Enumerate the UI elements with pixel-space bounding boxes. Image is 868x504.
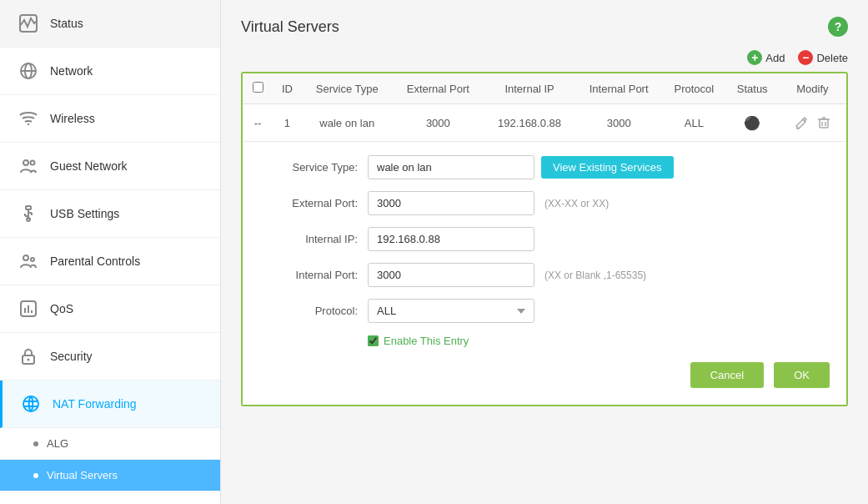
col-id: ID — [273, 73, 302, 104]
form-buttons: Cancel OK — [259, 359, 830, 388]
sidebar-item-usb-settings[interactable]: USB Settings — [0, 190, 220, 238]
cancel-button[interactable]: Cancel — [690, 362, 764, 388]
page-title: Virtual Servers — [241, 18, 339, 36]
sidebar-item-wireless[interactable]: Wireless — [0, 95, 220, 143]
sidebar-label-parental-controls: Parental Controls — [50, 255, 140, 268]
col-modify: Modify — [779, 73, 846, 104]
users-icon — [17, 154, 40, 178]
globe-icon — [17, 59, 40, 83]
toolbar: + Add − Delete — [241, 50, 848, 65]
sidebar-item-status[interactable]: Status — [0, 0, 220, 48]
protocol-row: Protocol: ALL TCP UDP — [259, 299, 830, 323]
sidebar-item-network[interactable]: Network — [0, 48, 220, 95]
col-protocol: Protocol — [662, 73, 725, 104]
protocol-select[interactable]: ALL TCP UDP — [368, 299, 534, 323]
sidebar-sub-virtual-servers[interactable]: Virtual Servers — [0, 460, 220, 491]
svg-point-14 — [23, 255, 28, 260]
col-checkbox — [243, 73, 273, 104]
row-protocol: ALL — [662, 104, 725, 142]
sidebar-label-security: Security — [50, 350, 93, 363]
row-internal-ip: 192.168.0.88 — [484, 104, 575, 142]
status-icon: ⚫ — [744, 116, 760, 130]
svg-rect-7 — [26, 206, 31, 209]
external-port-label: External Port: — [259, 197, 368, 209]
protocol-label: Protocol: — [259, 305, 368, 317]
wifi-icon — [17, 107, 40, 130]
service-type-row: Service Type: View Existing Services — [259, 155, 830, 179]
usb-icon — [17, 202, 40, 225]
svg-point-15 — [31, 258, 34, 261]
view-existing-services-button[interactable]: View Existing Services — [541, 156, 674, 179]
svg-rect-26 — [820, 119, 828, 128]
sidebar-sub-label-alg: ALG — [47, 437, 68, 450]
add-icon: + — [747, 50, 762, 65]
internal-port-hint: (XX or Blank ,1-65535) — [544, 270, 646, 281]
svg-point-22 — [23, 396, 38, 411]
col-internal-ip: Internal IP — [484, 73, 575, 104]
external-port-row: External Port: (XX-XX or XX) — [259, 191, 830, 215]
row-internal-port: 3000 — [575, 104, 662, 142]
sidebar-item-qos[interactable]: QoS — [0, 285, 220, 333]
internal-port-label: Internal Port: — [259, 269, 368, 281]
row-checkbox-cell: -- — [243, 104, 273, 142]
lock-icon — [17, 345, 40, 368]
sidebar-label-qos: QoS — [50, 302, 73, 315]
edit-icon[interactable] — [791, 113, 811, 133]
row-dash: -- — [254, 117, 262, 129]
delete-row-icon[interactable] — [814, 113, 834, 133]
col-service-type: Service Type — [302, 73, 393, 104]
virtual-servers-dot — [33, 473, 38, 478]
sidebar-label-guest-network: Guest Network — [50, 159, 128, 173]
svg-point-21 — [28, 359, 30, 361]
sidebar-sub-alg[interactable]: ALG — [0, 428, 220, 460]
add-button[interactable]: + Add — [747, 50, 785, 65]
sidebar-label-network: Network — [50, 64, 93, 78]
table-row: -- 1 wale on lan 3000 192.168.0.88 3000 … — [243, 104, 846, 142]
parental-icon — [17, 249, 40, 273]
col-internal-port: Internal Port — [575, 73, 662, 104]
sidebar-label-wireless: Wireless — [50, 112, 95, 125]
svg-point-4 — [28, 123, 29, 125]
sidebar-item-security[interactable]: Security — [0, 333, 220, 381]
sidebar: Status Network Wireless — [0, 0, 221, 504]
sidebar-item-parental-controls[interactable]: Parental Controls — [0, 238, 220, 285]
svg-point-5 — [23, 160, 28, 165]
col-status: Status — [726, 73, 779, 104]
select-all-checkbox[interactable] — [253, 82, 263, 93]
virtual-servers-table: ID Service Type External Port Internal I… — [243, 73, 846, 142]
row-service-type: wale on lan — [302, 104, 393, 142]
sidebar-label-nat-forwarding: NAT Forwarding — [53, 397, 137, 411]
edit-form: Service Type: View Existing Services Ext… — [243, 142, 846, 405]
svg-point-6 — [31, 161, 35, 165]
enable-entry-row: Enable This Entry — [368, 335, 830, 347]
alg-dot — [33, 441, 38, 446]
internal-port-row: Internal Port: (XX or Blank ,1-65535) — [259, 263, 830, 287]
service-type-input[interactable] — [368, 155, 534, 179]
ok-button[interactable]: OK — [774, 362, 830, 388]
external-port-input[interactable] — [368, 191, 534, 215]
sidebar-item-guest-network[interactable]: Guest Network — [0, 143, 220, 190]
activity-icon — [17, 12, 40, 35]
page-header: Virtual Servers ? — [241, 17, 848, 37]
internal-ip-row: Internal IP: — [259, 227, 830, 251]
help-button[interactable]: ? — [828, 17, 848, 37]
service-type-label: Service Type: — [259, 161, 368, 174]
row-external-port: 3000 — [393, 104, 484, 142]
enable-entry-label: Enable This Entry — [384, 335, 469, 347]
internal-ip-label: Internal IP: — [259, 233, 368, 245]
delete-button[interactable]: − Delete — [798, 50, 848, 65]
sidebar-label-usb-settings: USB Settings — [50, 207, 119, 220]
nat-icon — [19, 392, 43, 416]
internal-port-input[interactable] — [368, 263, 534, 287]
sidebar-sub-label-virtual-servers: Virtual Servers — [47, 469, 118, 481]
delete-icon: − — [798, 50, 813, 65]
main-content: Virtual Servers ? + Add − Delete ID Serv… — [221, 0, 868, 504]
external-port-hint: (XX-XX or XX) — [544, 198, 609, 209]
internal-ip-input[interactable] — [368, 227, 534, 251]
row-status: ⚫ — [726, 104, 779, 142]
sidebar-item-nat-forwarding[interactable]: NAT Forwarding — [0, 381, 220, 428]
qos-icon — [17, 297, 40, 320]
virtual-servers-table-container: ID Service Type External Port Internal I… — [241, 72, 848, 406]
enable-entry-checkbox[interactable] — [368, 335, 379, 346]
row-id: 1 — [273, 104, 302, 142]
